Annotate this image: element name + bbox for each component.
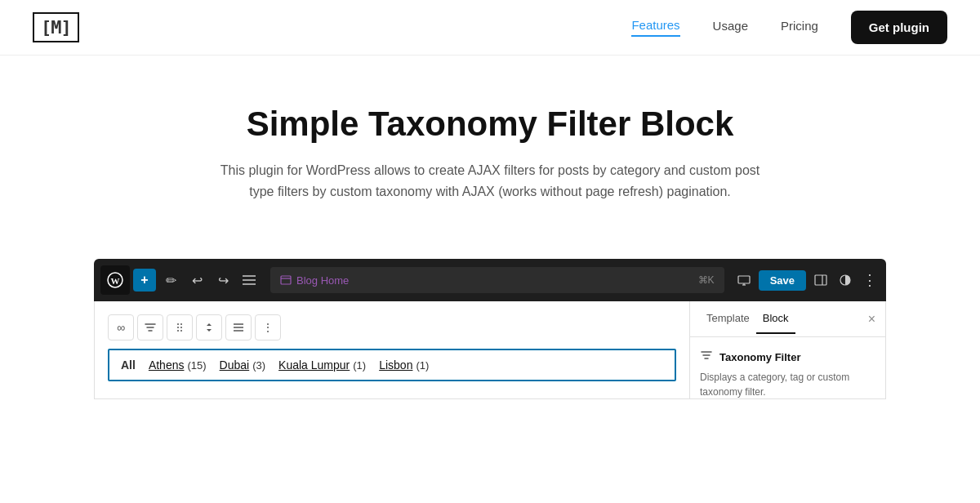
svg-point-16 bbox=[180, 327, 182, 328]
svg-point-18 bbox=[180, 330, 182, 332]
tab-block[interactable]: Block bbox=[756, 304, 795, 334]
nav-usage[interactable]: Usage bbox=[713, 19, 748, 36]
panel-block-title: Taxonomy Filter bbox=[700, 349, 875, 365]
block-updown-btn[interactable] bbox=[196, 314, 222, 341]
url-bar[interactable]: Blog Home ⌘K bbox=[270, 267, 724, 293]
editor-content: ∞ bbox=[94, 301, 886, 399]
redo-icon[interactable]: ↪ bbox=[212, 269, 234, 292]
block-more-btn[interactable]: ⋮ bbox=[255, 314, 281, 341]
panel-close-button[interactable]: × bbox=[868, 312, 875, 327]
svg-rect-10 bbox=[815, 275, 826, 285]
add-block-button[interactable]: + bbox=[133, 269, 156, 292]
contrast-icon[interactable] bbox=[835, 270, 855, 290]
taxonomy-filter-icon bbox=[700, 349, 713, 365]
svg-point-15 bbox=[177, 327, 179, 328]
monitor-icon[interactable] bbox=[734, 270, 754, 290]
save-button[interactable]: Save bbox=[759, 270, 806, 291]
filter-athens[interactable]: Athens bbox=[149, 358, 185, 372]
svg-point-14 bbox=[180, 323, 182, 325]
sidebar-toggle-icon[interactable] bbox=[811, 270, 831, 290]
list-view-icon[interactable] bbox=[238, 269, 261, 292]
wp-icon: W bbox=[100, 265, 130, 295]
main-nav: Features Usage Pricing Get plugin bbox=[631, 11, 947, 44]
panel-tabs: Template Block × bbox=[690, 301, 885, 337]
get-plugin-button[interactable]: Get plugin bbox=[851, 11, 947, 44]
panel-block-description: Displays a category, tag or custom taxon… bbox=[700, 370, 875, 399]
filter-dubai[interactable]: Dubai bbox=[220, 358, 250, 372]
tab-template[interactable]: Template bbox=[700, 304, 756, 334]
more-options-icon[interactable]: ⋮ bbox=[860, 270, 880, 290]
editor-main: ∞ bbox=[95, 301, 689, 398]
editor-toolbar: W + ✏ ↩ ↪ Blog Home ⌘K bbox=[94, 259, 886, 301]
svg-rect-7 bbox=[738, 276, 750, 283]
svg-text:W: W bbox=[111, 276, 120, 286]
logo: [M] bbox=[33, 12, 79, 42]
header: [M] Features Usage Pricing Get plugin bbox=[0, 0, 980, 56]
url-shortcut: ⌘K bbox=[698, 274, 715, 286]
filter-block: All Athens (15) Dubai (3) Kuala Lumpur (… bbox=[108, 349, 676, 381]
block-drag-btn[interactable] bbox=[167, 314, 193, 341]
panel-block-name: Taxonomy Filter bbox=[719, 351, 800, 363]
nav-pricing[interactable]: Pricing bbox=[781, 19, 818, 36]
undo-icon[interactable]: ↩ bbox=[185, 269, 208, 292]
block-link-btn[interactable]: ∞ bbox=[108, 314, 134, 341]
editor-demo: W + ✏ ↩ ↪ Blog Home ⌘K bbox=[61, 259, 919, 399]
editor-panel: Template Block × Taxonomy Filter Display… bbox=[689, 301, 885, 398]
edit-icon[interactable]: ✏ bbox=[159, 269, 182, 292]
filter-kuala-lumpur[interactable]: Kuala Lumpur bbox=[278, 358, 350, 372]
svg-rect-5 bbox=[281, 276, 291, 284]
hero-title: Simple Taxonomy Filter Block bbox=[33, 105, 947, 144]
svg-point-13 bbox=[177, 323, 179, 325]
url-text: Blog Home bbox=[296, 274, 349, 287]
block-align-btn[interactable] bbox=[225, 314, 252, 341]
hero-section: Simple Taxonomy Filter Block This plugin… bbox=[0, 56, 980, 234]
block-toolbar: ∞ bbox=[108, 314, 676, 341]
filter-all[interactable]: All bbox=[121, 358, 136, 372]
toolbar-right: Save ⋮ bbox=[734, 270, 880, 291]
block-filter-btn[interactable] bbox=[137, 314, 163, 341]
filter-lisbon[interactable]: Lisbon bbox=[379, 358, 412, 372]
nav-features[interactable]: Features bbox=[631, 18, 679, 37]
panel-body: Taxonomy Filter Displays a category, tag… bbox=[690, 337, 885, 411]
hero-description: This plugin for WordPress allows to crea… bbox=[212, 160, 768, 202]
svg-point-17 bbox=[177, 330, 179, 332]
